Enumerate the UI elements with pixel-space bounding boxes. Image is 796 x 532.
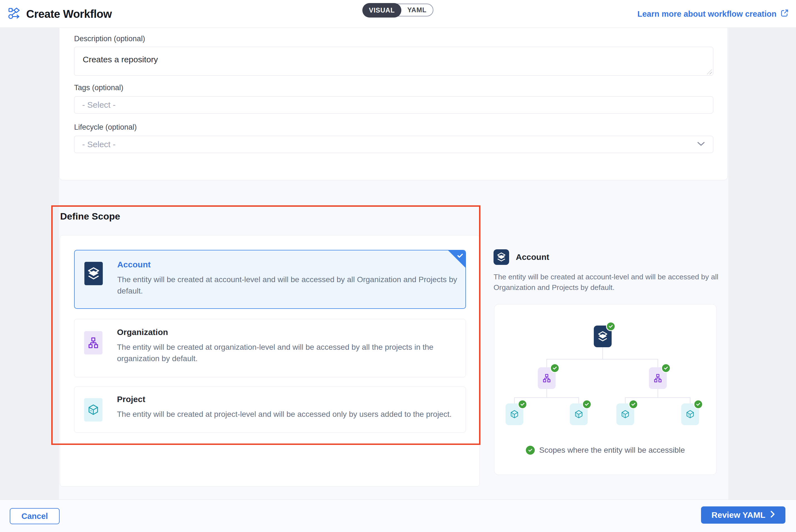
scope-diagram-card: Scopes where the entity will be accessib… xyxy=(494,304,717,475)
tree-project-node-4 xyxy=(681,403,699,425)
footer-bar: Cancel Review YAML xyxy=(0,499,796,532)
learn-more-label: Learn more about workflow creation xyxy=(637,10,777,19)
project-card-description: The entity will be created at project-le… xyxy=(117,408,466,420)
visual-yaml-toggle[interactable]: VISUAL YAML xyxy=(363,4,433,16)
organization-card-title: Organization xyxy=(117,327,168,337)
tree-account-node xyxy=(594,325,612,347)
organization-card-description: The entity will be created at organizati… xyxy=(117,341,457,364)
organization-hierarchy-icon xyxy=(84,331,103,355)
description-label: Description (optional) xyxy=(74,35,145,43)
account-card-title: Account xyxy=(117,260,151,269)
scope-card-account[interactable]: Account The entity will be created at ac… xyxy=(74,250,466,309)
scope-card-organization[interactable]: Organization The entity will be created … xyxy=(74,319,466,377)
scope-options-container: Account The entity will be created at ac… xyxy=(60,235,480,487)
workflow-details-card: Description (optional) Creates a reposit… xyxy=(59,28,728,180)
tree-org-node-2 xyxy=(649,367,667,389)
project-card-title: Project xyxy=(117,395,145,404)
account-layers-icon xyxy=(85,262,103,285)
tags-label: Tags (optional) xyxy=(74,83,123,92)
preview-title: Account xyxy=(516,252,549,262)
toggle-yaml[interactable]: YAML xyxy=(401,4,433,16)
tree-project-node-1 xyxy=(506,403,523,425)
preview-account-icon xyxy=(493,249,509,265)
workflow-icon xyxy=(8,7,21,21)
tree-org-node-1 xyxy=(538,367,556,389)
check-badge xyxy=(629,400,638,409)
accessible-check-icon xyxy=(526,446,535,455)
check-badge xyxy=(693,400,703,409)
lifecycle-select[interactable]: - Select - xyxy=(74,136,713,153)
selected-check-icon xyxy=(456,252,464,261)
project-cube-icon xyxy=(84,398,103,421)
description-textarea[interactable]: Creates a repository xyxy=(74,47,713,76)
review-yaml-label: Review YAML xyxy=(711,510,765,520)
chevron-right-icon xyxy=(771,510,775,520)
tree-project-node-3 xyxy=(616,403,634,425)
check-badge xyxy=(550,363,560,373)
external-link-icon xyxy=(780,9,789,19)
preview-description: The entity will be created at account-le… xyxy=(493,271,723,293)
page-header: Create Workflow VISUAL YAML Learn more a… xyxy=(0,0,796,28)
tags-input[interactable] xyxy=(74,96,713,114)
check-badge xyxy=(661,363,671,373)
chevron-down-icon xyxy=(697,141,705,148)
check-badge xyxy=(518,400,527,409)
scope-card-project[interactable]: Project The entity will be created at pr… xyxy=(74,386,466,433)
review-yaml-button[interactable]: Review YAML xyxy=(701,507,785,524)
diagram-caption: Scopes where the entity will be accessib… xyxy=(539,446,685,455)
lifecycle-label: Lifecycle (optional) xyxy=(74,123,137,132)
toggle-visual[interactable]: VISUAL xyxy=(362,3,401,18)
page-title: Create Workflow xyxy=(26,8,112,20)
check-badge xyxy=(606,322,616,331)
lifecycle-placeholder: - Select - xyxy=(82,140,697,149)
learn-more-link[interactable]: Learn more about workflow creation xyxy=(637,0,789,28)
define-scope-heading: Define Scope xyxy=(60,211,120,222)
tree-project-node-2 xyxy=(570,403,588,425)
account-card-description: The entity will be created at account-le… xyxy=(117,274,465,297)
check-badge xyxy=(582,400,592,409)
cancel-button[interactable]: Cancel xyxy=(10,508,60,524)
